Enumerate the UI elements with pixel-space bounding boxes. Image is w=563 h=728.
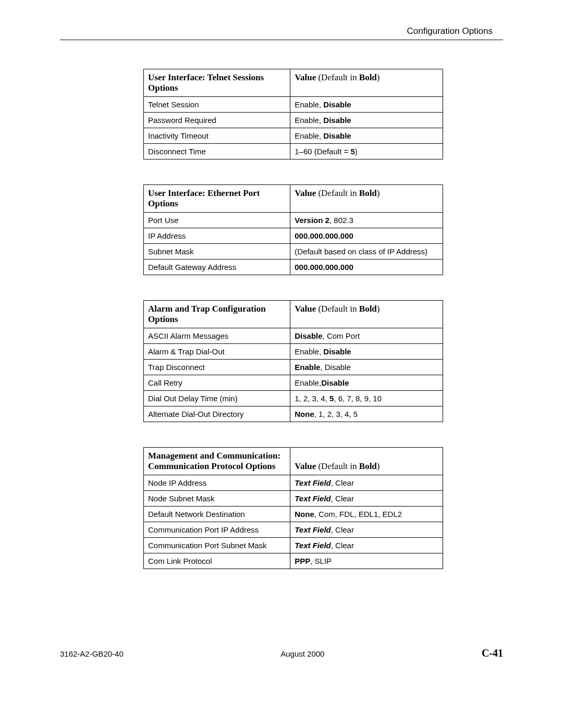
- option-cell: Default Network Destination: [144, 507, 290, 522]
- option-cell: Inactivity Timeout: [144, 128, 290, 144]
- table-row: Alternate Dial-Out DirectoryNone, 1, 2, …: [144, 406, 443, 422]
- option-cell: Disconnect Time: [144, 144, 290, 159]
- table-row: IP Address000.000.000.000: [144, 228, 443, 244]
- header-rule: [60, 40, 503, 40]
- value-cell: None, 1, 2, 3, 4, 5: [290, 406, 443, 422]
- value-cell: Text Field, Clear: [290, 475, 443, 491]
- col-header-value: Value (Default in Bold): [290, 69, 443, 97]
- col-header-value: Value (Default in Bold): [290, 301, 443, 328]
- table-row: Default Gateway Address000.000.000.000: [144, 260, 443, 275]
- table-header-row: User Interface: Ethernet Port Options Va…: [144, 185, 443, 213]
- option-cell: Default Gateway Address: [144, 260, 290, 275]
- table-row: Inactivity TimeoutEnable, Disable: [144, 128, 443, 144]
- option-cell: Telnet Session: [144, 97, 290, 113]
- col-header-options: User Interface: Ethernet Port Options: [144, 185, 290, 213]
- table-mgmt: Management and Communication:Communicati…: [143, 447, 443, 569]
- table-row: Disconnect Time1–60 (Default = 5): [144, 144, 443, 159]
- table-row: Node Subnet MaskText Field, Clear: [144, 491, 443, 507]
- footer-doc-id: 3162-A2-GB20-40: [60, 649, 124, 658]
- value-cell: Enable, Disable: [290, 113, 443, 128]
- table-row: Alarm & Trap Dial-OutEnable, Disable: [144, 344, 443, 360]
- table-row: Telnet SessionEnable, Disable: [144, 97, 443, 113]
- value-cell: Enable, Disable: [290, 360, 443, 375]
- table-row: Communication Port Subnet MaskText Field…: [144, 538, 443, 553]
- value-cell: Enable, Disable: [290, 97, 443, 113]
- table-ethernet: User Interface: Ethernet Port Options Va…: [143, 184, 443, 275]
- table-row: Call RetryEnable,Disable: [144, 375, 443, 391]
- table-header-row: Management and Communication:Communicati…: [144, 448, 443, 475]
- table-telnet: User Interface: Telnet Sessions Options …: [143, 69, 443, 159]
- col-header-value: Value (Default in Bold): [290, 448, 443, 475]
- table-row: Trap DisconnectEnable, Disable: [144, 360, 443, 375]
- value-cell: PPP, SLIP: [290, 553, 443, 569]
- value-cell: Enable,Disable: [290, 375, 443, 391]
- table-row: Node IP AddressText Field, Clear: [144, 475, 443, 491]
- option-cell: Node Subnet Mask: [144, 491, 290, 507]
- option-cell: Alarm & Trap Dial-Out: [144, 344, 290, 360]
- value-cell: Text Field, Clear: [290, 491, 443, 507]
- table-header-row: Alarm and Trap Configuration Options Val…: [144, 301, 443, 328]
- value-cell: 1–60 (Default = 5): [290, 144, 443, 159]
- value-cell: Enable, Disable: [290, 128, 443, 144]
- value-cell: Disable, Com Port: [290, 328, 443, 344]
- value-cell: 000.000.000.000: [290, 228, 443, 244]
- col-header-options: User Interface: Telnet Sessions Options: [144, 69, 290, 97]
- table-alarm: Alarm and Trap Configuration Options Val…: [143, 300, 443, 422]
- option-cell: Communication Port IP Address: [144, 522, 290, 538]
- option-cell: Node IP Address: [144, 475, 290, 491]
- table-row: Subnet Mask(Default based on class of IP…: [144, 244, 443, 260]
- table-row: Dial Out Delay Time (min)1, 2, 3, 4, 5, …: [144, 391, 443, 406]
- table-row: Com Link ProtocolPPP, SLIP: [144, 553, 443, 569]
- option-cell: Port Use: [144, 213, 290, 228]
- value-cell: 000.000.000.000: [290, 260, 443, 275]
- running-header: Configuration Options: [60, 26, 493, 36]
- value-cell: Text Field, Clear: [290, 538, 443, 553]
- table-row: ASCII Alarm MessagesDisable, Com Port: [144, 328, 443, 344]
- col-header-options: Management and Communication:Communicati…: [144, 448, 290, 475]
- table-row: Default Network DestinationNone, Com, FD…: [144, 507, 443, 522]
- value-cell: None, Com, FDL, EDL1, EDL2: [290, 507, 443, 522]
- option-cell: Com Link Protocol: [144, 553, 290, 569]
- option-cell: Dial Out Delay Time (min): [144, 391, 290, 406]
- value-cell: Version 2, 802.3: [290, 213, 443, 228]
- option-cell: Communication Port Subnet Mask: [144, 538, 290, 553]
- page: Configuration Options User Interface: Te…: [0, 0, 563, 680]
- value-cell: Text Field, Clear: [290, 522, 443, 538]
- col-header-options: Alarm and Trap Configuration Options: [144, 301, 290, 328]
- col-header-value: Value (Default in Bold): [290, 185, 443, 213]
- option-cell: Password Required: [144, 113, 290, 128]
- tables-container: User Interface: Telnet Sessions Options …: [60, 69, 503, 569]
- footer-date: August 2000: [280, 649, 324, 658]
- option-cell: Subnet Mask: [144, 244, 290, 260]
- table-row: Port UseVersion 2, 802.3: [144, 213, 443, 228]
- table-header-row: User Interface: Telnet Sessions Options …: [144, 69, 443, 97]
- value-cell: (Default based on class of IP Address): [290, 244, 443, 260]
- footer-page-number: C-41: [482, 647, 503, 659]
- option-cell: Alternate Dial-Out Directory: [144, 406, 290, 422]
- value-cell: Enable, Disable: [290, 344, 443, 360]
- table-row: Password RequiredEnable, Disable: [144, 113, 443, 128]
- option-cell: Trap Disconnect: [144, 360, 290, 375]
- table-row: Communication Port IP AddressText Field,…: [144, 522, 443, 538]
- value-cell: 1, 2, 3, 4, 5, 6, 7, 8, 9, 10: [290, 391, 443, 406]
- option-cell: ASCII Alarm Messages: [144, 328, 290, 344]
- option-cell: IP Address: [144, 228, 290, 244]
- footer: 3162-A2-GB20-40 August 2000 C-41: [60, 647, 503, 659]
- option-cell: Call Retry: [144, 375, 290, 391]
